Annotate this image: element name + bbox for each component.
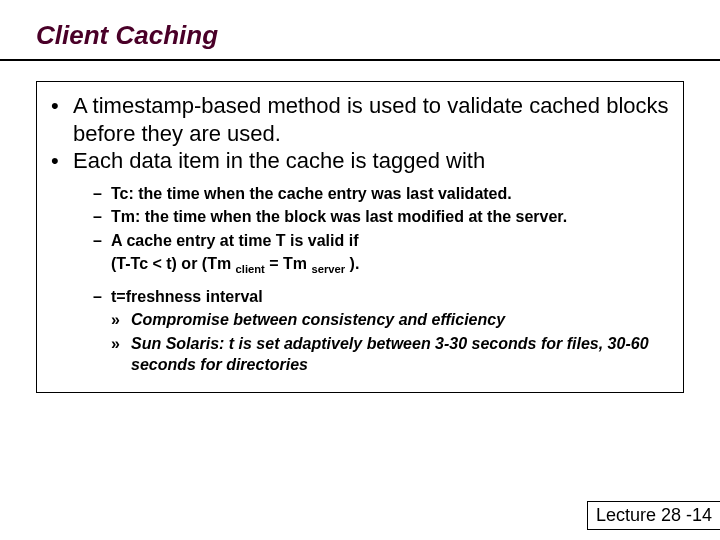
slide-title: Client Caching [0,0,720,59]
sub-marker: » [111,333,131,355]
formula-sub: server [312,263,346,275]
formula-part: (T-Tc < t) or (Tm [111,255,231,272]
dash-text: A cache entry at time T is valid if [111,230,669,252]
formula-line: (T-Tc < t) or (Tm client = Tm server ). [51,253,669,277]
bullet-marker: • [51,147,73,175]
dash-text: Tc: the time when the cache entry was la… [111,183,669,205]
dash-list: – Tc: the time when the cache entry was … [51,183,669,252]
dash-text: Tm: the time when the block was last mod… [111,206,669,228]
dash-item: – Tc: the time when the cache entry was … [93,183,669,205]
formula-part: ). [350,255,360,272]
dash-item: – A cache entry at time T is valid if [93,230,669,252]
bullet-item: • Each data item in the cache is tagged … [51,147,669,175]
formula-part: = Tm [269,255,307,272]
title-divider [0,59,720,61]
dash-marker: – [93,286,111,308]
bullet-text: A timestamp-based method is used to vali… [73,92,669,147]
dash-list: – t=freshness interval [51,286,669,308]
sub-item: » Compromise between consistency and eff… [111,309,669,331]
sub-marker: » [111,309,131,331]
dash-marker: – [93,206,111,228]
bullet-item: • A timestamp-based method is used to va… [51,92,669,147]
footer-label: Lecture 28 -14 [587,501,720,530]
sub-text: Sun Solaris: t is set adaptively between… [131,333,669,376]
bullet-list: • A timestamp-based method is used to va… [51,92,669,175]
dash-text: t=freshness interval [111,286,669,308]
sub-text: Compromise between consistency and effic… [131,309,669,331]
dash-marker: – [93,230,111,252]
sub-list: » Compromise between consistency and eff… [51,309,669,376]
dash-item: – Tm: the time when the block was last m… [93,206,669,228]
formula-sub: client [236,263,265,275]
content-box: • A timestamp-based method is used to va… [36,81,684,393]
bullet-marker: • [51,92,73,120]
bullet-text: Each data item in the cache is tagged wi… [73,147,669,175]
sub-item: » Sun Solaris: t is set adaptively betwe… [111,333,669,376]
dash-marker: – [93,183,111,205]
dash-item: – t=freshness interval [93,286,669,308]
